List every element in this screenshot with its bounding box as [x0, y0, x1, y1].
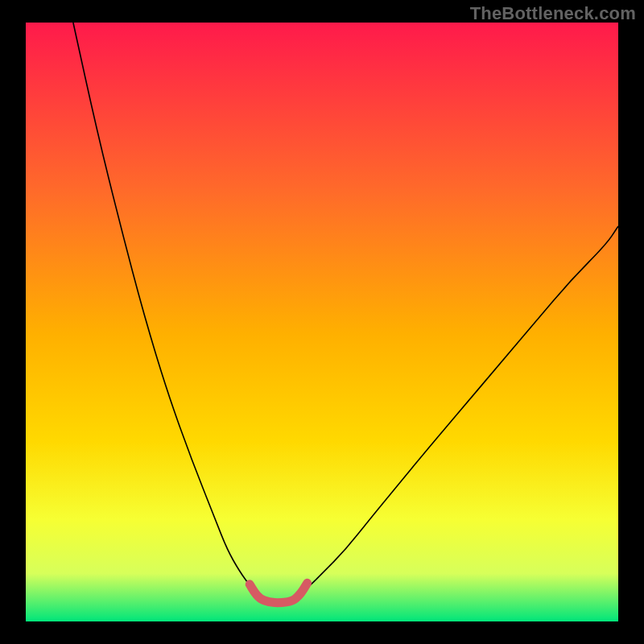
watermark-text: TheBottleneck.com — [470, 3, 636, 24]
chart-container: TheBottleneck.com — [0, 0, 644, 644]
chart-svg — [0, 0, 644, 644]
plot-background — [26, 23, 618, 621]
